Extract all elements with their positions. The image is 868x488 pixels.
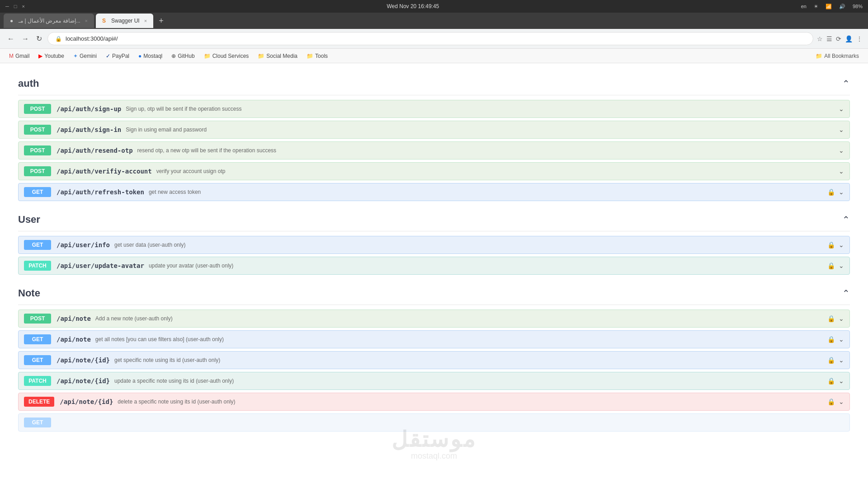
tab-close-1[interactable]: × [85, 18, 88, 23]
chevron-down-icon-note-get-all[interactable]: ⌄ [839, 336, 844, 343]
all-bookmarks-label: All Bookmarks [824, 53, 859, 59]
endpoint-path-note-get-all: /api/note [57, 336, 91, 343]
chevron-down-icon-sign-up[interactable]: ⌄ [839, 105, 844, 113]
endpoint-desc-note-get-all: get all notes [you can use filters also]… [95, 336, 827, 343]
endpoint-resend-otp[interactable]: POST /api/auth/resend-otp resend otp, a … [18, 141, 850, 160]
back-button[interactable]: ← [5, 33, 16, 45]
chevron-down-icon-refresh[interactable]: ⌄ [839, 188, 844, 196]
method-badge-post-verifiy: POST [24, 166, 51, 176]
endpoint-actions-note-patch-id: 🔒 ⌄ [827, 377, 844, 385]
bookmark-gemini[interactable]: ✦ Gemini [70, 52, 100, 61]
tools-icon: 📁 [307, 53, 313, 59]
bookmark-gmail[interactable]: M Gmail [5, 52, 33, 61]
tab-close-2[interactable]: × [144, 18, 147, 23]
endpoint-refresh-token[interactable]: GET /api/auth/refresh-token get new acce… [18, 183, 850, 201]
endpoint-actions-verifiy: ⌄ [839, 168, 844, 175]
auth-section-toggle[interactable]: ⌃ [842, 78, 850, 89]
chevron-down-icon-note-patch-id[interactable]: ⌄ [839, 377, 844, 385]
chevron-down-icon-sign-in[interactable]: ⌄ [839, 126, 844, 133]
chevron-down-icon-resend-otp[interactable]: ⌄ [839, 147, 844, 154]
bookmark-paypal[interactable]: ✓ PayPal [102, 52, 133, 61]
endpoint-path-verifiy-account: /api/auth/verifiy-account [57, 168, 152, 175]
tab-add-business[interactable]: ● إضافة معرض الأعمال | مـ... × [4, 14, 94, 28]
endpoint-user-info[interactable]: GET /api/user/info get user data (user-a… [18, 236, 850, 254]
browser-tabbar: ● إضافة معرض الأعمال | مـ... × S Swagger… [0, 13, 868, 29]
all-bookmarks-folder-icon: 📁 [816, 53, 822, 59]
bookmark-social-media[interactable]: 📁 Social Media [254, 52, 301, 61]
user-section-header[interactable]: User ⌃ [18, 208, 850, 231]
chevron-down-icon-avatar[interactable]: ⌄ [839, 262, 844, 269]
endpoint-note-get-all[interactable]: GET /api/note get all notes [you can use… [18, 330, 850, 348]
method-badge-post-sign-up: POST [24, 104, 51, 114]
language-indicator: en [801, 4, 807, 9]
gmail-icon: M [9, 53, 14, 59]
chevron-down-icon-verifiy[interactable]: ⌄ [839, 168, 844, 175]
refresh-button[interactable]: ↻ [34, 33, 44, 45]
new-tab-button[interactable]: + [155, 16, 167, 26]
cloud-services-icon: 📁 [204, 53, 211, 59]
endpoint-note-patch-id[interactable]: PATCH /api/note/{id} update a specific n… [18, 372, 850, 390]
menu-button[interactable]: ⋮ [856, 35, 863, 42]
settings-icon[interactable]: ☀ [814, 4, 818, 9]
note-section-title: Note [18, 287, 40, 299]
auth-section-header[interactable]: auth ⌃ [18, 72, 850, 95]
endpoint-update-avatar[interactable]: PATCH /api/user/update-avatar update you… [18, 257, 850, 275]
address-bar[interactable]: 🔒 localhost:3000/api#/ [47, 32, 813, 45]
user-section-title: User [18, 214, 40, 225]
user-section-toggle[interactable]: ⌃ [842, 214, 850, 225]
volume-icon[interactable]: 🔊 [839, 4, 845, 9]
chevron-down-icon-user-info[interactable]: ⌄ [839, 241, 844, 249]
chevron-down-icon-note-delete-id[interactable]: ⌄ [839, 398, 844, 405]
browser-titlebar: ─ □ × Wed Nov 20 16:49:45 en ☀ 📶 🔊 98% [0, 0, 868, 13]
endpoint-path-note-delete-id: /api/note/{id} [60, 398, 113, 405]
endpoint-actions-sign-in: ⌄ [839, 126, 844, 133]
method-badge-get-note-id: GET [24, 355, 51, 365]
tab-label-1: إضافة معرض الأعمال | مـ... [19, 18, 80, 24]
chevron-down-icon-note-get-id[interactable]: ⌄ [839, 357, 844, 364]
tab-swagger[interactable]: S Swagger UI × [96, 14, 153, 28]
profile-button[interactable]: 👤 [845, 35, 853, 42]
tab-label-2: Swagger UI [111, 18, 140, 24]
method-badge-partial-bottom: GET [24, 418, 51, 427]
chevron-down-icon-note-post[interactable]: ⌄ [839, 315, 844, 322]
bookmark-star-button[interactable]: ☆ [817, 35, 823, 42]
bookmark-cloud-services[interactable]: 📁 Cloud Services [200, 52, 253, 61]
endpoint-desc-verifiy-account: verify your account usign otp [156, 168, 839, 174]
endpoint-desc-refresh-token: get new access token [149, 189, 827, 195]
window-minimize[interactable]: ─ [5, 4, 9, 9]
endpoint-sign-in[interactable]: POST /api/auth/sign-in Sign in using ema… [18, 121, 850, 139]
bookmark-cloud-services-label: Cloud Services [212, 53, 249, 59]
endpoint-note-post[interactable]: POST /api/note Add a new note (user-auth… [18, 310, 850, 328]
window-maximize[interactable]: □ [14, 4, 17, 9]
lock-icon-note-patch-id: 🔒 [827, 377, 835, 385]
bookmark-social-media-label: Social Media [266, 53, 297, 59]
window-close[interactable]: × [22, 4, 25, 9]
endpoint-actions-note-post: 🔒 ⌄ [827, 315, 844, 322]
bookmarks-bar: M Gmail ▶ Youtube ✦ Gemini ✓ PayPal ● Mo… [0, 49, 868, 63]
lock-icon-avatar: 🔒 [827, 262, 835, 269]
bookmark-gmail-label: Gmail [15, 53, 29, 59]
bookmark-mostaql[interactable]: ● Mostaql [135, 52, 166, 61]
bookmark-github[interactable]: ⊕ GitHub [168, 52, 198, 61]
lock-icon-user-info: 🔒 [827, 241, 835, 249]
extensions-button[interactable]: ⟳ [836, 35, 841, 42]
endpoint-note-delete-id[interactable]: DELETE /api/note/{id} delete a specific … [18, 393, 850, 411]
endpoint-verifiy-account[interactable]: POST /api/auth/verifiy-account verify yo… [18, 162, 850, 180]
endpoint-desc-update-avatar: update your avatar (user-auth only) [149, 263, 827, 269]
forward-button[interactable]: → [20, 33, 31, 45]
ssl-lock-icon: 🔒 [55, 36, 62, 42]
reader-mode-button[interactable]: ☰ [826, 35, 832, 42]
note-section-toggle[interactable]: ⌃ [842, 288, 850, 299]
bookmark-youtube[interactable]: ▶ Youtube [35, 52, 68, 61]
endpoint-note-get-id[interactable]: GET /api/note/{id} get specific note usi… [18, 351, 850, 369]
all-bookmarks-button[interactable]: 📁 All Bookmarks [812, 52, 863, 61]
endpoint-sign-up[interactable]: POST /api/auth/sign-up Sign up, otp will… [18, 100, 850, 118]
bookmark-tools[interactable]: 📁 Tools [303, 52, 331, 61]
lock-icon-note-post: 🔒 [827, 315, 835, 322]
endpoint-partial-bottom[interactable]: GET [18, 413, 850, 432]
note-section-header[interactable]: Note ⌃ [18, 282, 850, 305]
endpoint-desc-user-info: get user data (user-auth only) [114, 242, 827, 248]
clock: Wed Nov 20 16:49:45 [387, 3, 439, 9]
endpoint-path-sign-up: /api/auth/sign-up [57, 105, 121, 113]
endpoint-desc-sign-up: Sign up, otp will be sent if the operati… [126, 106, 839, 112]
